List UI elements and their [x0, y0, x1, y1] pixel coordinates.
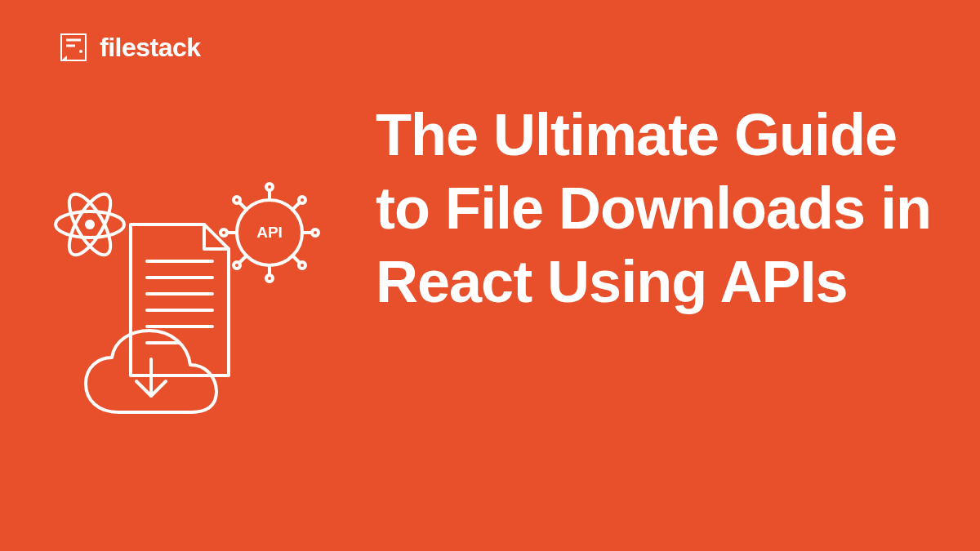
hero-illustration: API [45, 180, 331, 441]
brand-name: filestack [100, 33, 201, 63]
svg-point-16 [266, 184, 273, 190]
svg-point-20 [312, 229, 318, 236]
svg-point-28 [220, 229, 227, 236]
svg-point-30 [234, 197, 240, 203]
svg-point-22 [299, 262, 305, 269]
filestack-logo-icon [57, 31, 90, 64]
api-gear-icon: API [220, 184, 318, 282]
svg-point-24 [266, 275, 273, 282]
react-icon [56, 189, 124, 261]
svg-point-18 [299, 197, 305, 203]
brand-logo: filestack [57, 31, 201, 64]
svg-line-29 [239, 202, 247, 210]
svg-line-25 [239, 256, 247, 263]
svg-point-26 [234, 262, 240, 269]
document-icon [131, 224, 229, 375]
svg-rect-0 [61, 34, 86, 60]
page-title: The Ultimate Guide to File Downloads in … [376, 98, 939, 318]
svg-line-17 [292, 202, 300, 210]
api-label: API [256, 224, 283, 241]
svg-line-21 [292, 256, 300, 263]
svg-point-3 [79, 50, 82, 53]
svg-point-4 [85, 220, 95, 229]
